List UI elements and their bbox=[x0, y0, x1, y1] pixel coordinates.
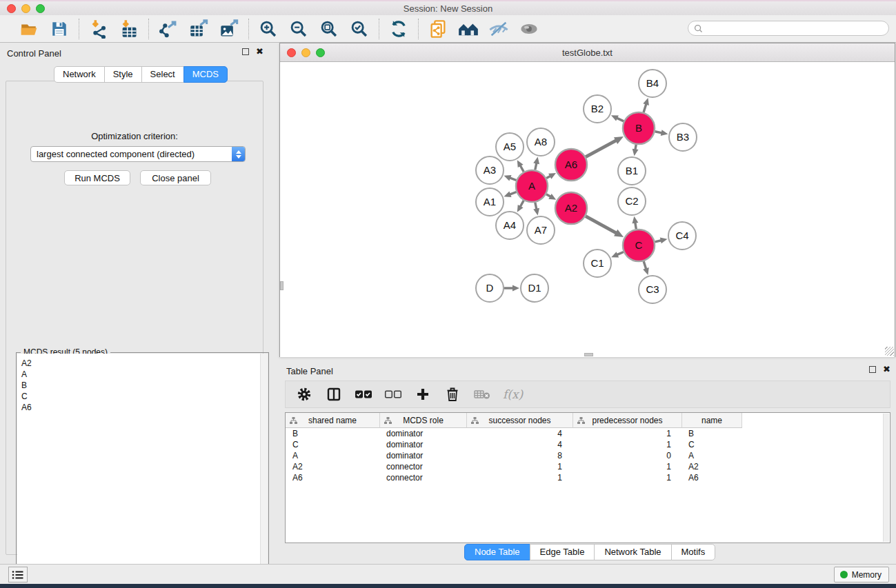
graph-node-C[interactable]: C bbox=[623, 230, 655, 261]
tab-network[interactable]: Network bbox=[54, 66, 105, 83]
edge-A-A4[interactable] bbox=[520, 201, 524, 207]
horizontal-scroll-thumb[interactable] bbox=[584, 353, 593, 356]
save-session-icon[interactable] bbox=[49, 19, 70, 39]
edge-C-C3[interactable] bbox=[644, 261, 646, 270]
float-panel-icon[interactable] bbox=[242, 48, 249, 55]
edge-B-B1[interactable] bbox=[635, 145, 636, 150]
float-table-panel-icon[interactable] bbox=[869, 366, 876, 373]
graph-node-B1[interactable]: B1 bbox=[618, 157, 646, 185]
graph-node-B4[interactable]: B4 bbox=[639, 70, 666, 97]
zoom-selected-icon[interactable] bbox=[349, 19, 370, 39]
close-window-icon[interactable] bbox=[7, 4, 16, 13]
add-column-icon[interactable] bbox=[414, 385, 432, 403]
table-row-a6[interactable]: A6connector11A6 bbox=[286, 472, 890, 483]
tab-node-table[interactable]: Node Table bbox=[464, 544, 530, 560]
export-table-icon[interactable] bbox=[188, 19, 209, 39]
home-icon[interactable] bbox=[458, 19, 479, 39]
graph-node-C2[interactable]: C2 bbox=[618, 187, 646, 215]
edge-A6-B[interactable] bbox=[586, 141, 616, 157]
maximize-window-icon[interactable] bbox=[36, 4, 45, 13]
edge-A-A6[interactable] bbox=[546, 176, 550, 178]
graph-node-A4[interactable]: A4 bbox=[496, 212, 524, 239]
resize-grip-icon[interactable] bbox=[885, 347, 894, 356]
search-field[interactable] bbox=[688, 21, 889, 36]
result-item-a[interactable]: A bbox=[17, 369, 268, 380]
column-header-successor-nodes[interactable]: successor nodes bbox=[467, 413, 573, 428]
zoom-in-icon[interactable] bbox=[258, 19, 279, 39]
tab-network-table[interactable]: Network Table bbox=[594, 544, 671, 560]
graph-node-A3[interactable]: A3 bbox=[476, 156, 504, 184]
column-header-shared-name[interactable]: shared name bbox=[286, 413, 380, 428]
edge-C-C4[interactable] bbox=[655, 241, 661, 242]
table-row-a2[interactable]: A2connector11A2 bbox=[286, 461, 890, 472]
criterion-dropdown[interactable]: largest connected component (directed) bbox=[30, 146, 246, 162]
result-scrollbar[interactable] bbox=[260, 354, 268, 588]
vertical-scroll-thumb[interactable] bbox=[280, 281, 283, 290]
network-window-controls[interactable] bbox=[287, 48, 325, 57]
network-canvas[interactable]: B4B2BB3A8A5A6A3B1AA1C2A2A4A7C4CC1DD1C3 bbox=[280, 62, 895, 357]
zoom-out-icon[interactable] bbox=[288, 19, 309, 39]
table-row-a[interactable]: Adominator80A bbox=[286, 450, 890, 461]
window-controls[interactable] bbox=[7, 4, 45, 13]
edge-A-A1[interactable] bbox=[510, 192, 517, 194]
edge-A2-C[interactable] bbox=[586, 216, 617, 234]
edge-B-B2[interactable] bbox=[617, 118, 624, 121]
mcds-result-list[interactable]: A2ABCA6 bbox=[17, 354, 268, 588]
graph-node-D[interactable]: D bbox=[476, 274, 504, 302]
graph-node-D1[interactable]: D1 bbox=[521, 274, 548, 302]
run-mcds-button[interactable]: Run MCDS bbox=[64, 170, 130, 185]
table-settings-icon[interactable] bbox=[295, 385, 313, 403]
graph-node-A8[interactable]: A8 bbox=[527, 128, 555, 156]
import-table-icon[interactable] bbox=[119, 19, 139, 39]
graph-node-B2[interactable]: B2 bbox=[584, 95, 611, 123]
edge-A-A2[interactable] bbox=[546, 194, 550, 197]
edge-C-C2[interactable] bbox=[635, 223, 637, 230]
close-table-panel-icon[interactable]: ✖ bbox=[883, 366, 890, 373]
column-header-MCDS-role[interactable]: MCDS role bbox=[380, 413, 467, 428]
delete-column-icon[interactable] bbox=[444, 385, 461, 403]
export-image-icon[interactable] bbox=[219, 19, 239, 39]
close-panel-icon[interactable]: ✖ bbox=[256, 48, 263, 55]
memory-button[interactable]: Memory bbox=[834, 567, 889, 582]
graph-node-B3[interactable]: B3 bbox=[669, 123, 697, 151]
table-scrollbar[interactable] bbox=[883, 414, 889, 542]
graph-node-A2[interactable]: A2 bbox=[555, 192, 587, 224]
graph-node-A1[interactable]: A1 bbox=[476, 188, 504, 216]
close-network-icon[interactable] bbox=[287, 48, 296, 57]
result-item-a2[interactable]: A2 bbox=[17, 358, 268, 369]
graph-node-A[interactable]: A bbox=[516, 170, 548, 202]
delete-table-icon[interactable] bbox=[473, 385, 491, 403]
column-visibility-icon[interactable] bbox=[325, 385, 343, 403]
tab-motifs[interactable]: Motifs bbox=[671, 544, 716, 560]
table-row-c[interactable]: Cdominator41C bbox=[286, 439, 890, 450]
export-network-icon[interactable] bbox=[158, 19, 179, 39]
tab-mcds[interactable]: MCDS bbox=[183, 66, 228, 83]
select-all-rows-icon[interactable] bbox=[355, 385, 372, 403]
show-graphics-details-icon[interactable] bbox=[519, 19, 539, 39]
edge-A-A8[interactable] bbox=[535, 163, 537, 170]
column-header-name[interactable]: name bbox=[682, 413, 742, 428]
graph-node-A7[interactable]: A7 bbox=[527, 216, 555, 244]
refresh-icon[interactable] bbox=[388, 19, 409, 39]
tab-style[interactable]: Style bbox=[104, 66, 142, 83]
edge-A-A7[interactable] bbox=[535, 203, 537, 210]
minimize-network-icon[interactable] bbox=[301, 48, 310, 57]
graph-node-C4[interactable]: C4 bbox=[668, 222, 696, 250]
deselect-all-rows-icon[interactable] bbox=[384, 385, 402, 403]
import-network-icon[interactable] bbox=[88, 19, 109, 39]
tab-edge-table[interactable]: Edge Table bbox=[530, 544, 595, 560]
function-builder-icon[interactable]: f(x) bbox=[503, 387, 523, 401]
graph-node-A6[interactable]: A6 bbox=[555, 149, 587, 181]
open-session-icon[interactable] bbox=[19, 19, 39, 39]
table-row-b[interactable]: Bdominator41B bbox=[286, 428, 890, 439]
edge-A-A5[interactable] bbox=[520, 165, 524, 172]
graph-node-C1[interactable]: C1 bbox=[584, 250, 611, 277]
edge-B-B3[interactable] bbox=[655, 132, 662, 133]
hide-graphics-details-icon[interactable] bbox=[488, 19, 509, 39]
graph-node-A5[interactable]: A5 bbox=[496, 133, 524, 161]
edge-C-C1[interactable] bbox=[617, 252, 624, 255]
tab-select[interactable]: Select bbox=[141, 66, 184, 83]
manage-networks-icon[interactable] bbox=[428, 19, 448, 39]
close-panel-button[interactable]: Close panel bbox=[140, 170, 211, 185]
edge-A-A3[interactable] bbox=[510, 178, 517, 181]
